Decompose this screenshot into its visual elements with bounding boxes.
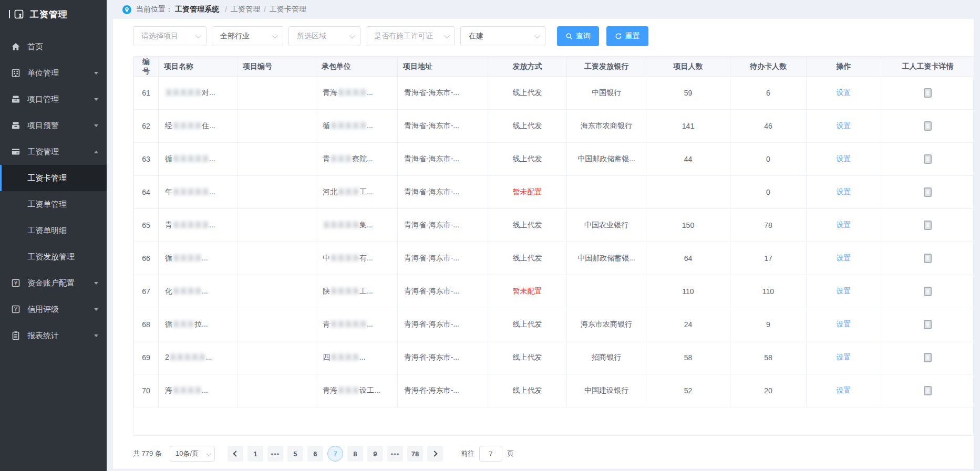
sidebar-item-report-stats[interactable]: 报表统计 xyxy=(0,322,107,349)
settings-link[interactable]: 设置 xyxy=(837,287,851,295)
cell-address: 青海省-海东市-... xyxy=(398,209,488,242)
worker-card-detail-icon[interactable] xyxy=(924,154,932,164)
settings-link[interactable]: 设置 xyxy=(837,386,851,394)
worker-card-detail-icon[interactable] xyxy=(924,254,932,263)
settings-link[interactable]: 设置 xyxy=(837,88,851,97)
sidebar-subitem-salary-card-mgmt[interactable]: 工资卡管理 xyxy=(0,165,107,191)
search-icon xyxy=(565,33,573,40)
cell-project-name: 化某某某某... xyxy=(159,275,238,308)
reset-button[interactable]: 重置 xyxy=(606,26,648,46)
pager-page-9[interactable]: 9 xyxy=(367,446,383,462)
cell-id: 62 xyxy=(134,110,159,143)
settings-link[interactable]: 设置 xyxy=(837,254,851,262)
pager-page-6[interactable]: 6 xyxy=(307,446,323,462)
worker-card-detail-icon[interactable] xyxy=(924,88,932,98)
sidebar-item-salary-mgmt[interactable]: 工资管理 xyxy=(0,139,107,165)
chevron-right-icon xyxy=(431,451,437,456)
cell-address: 青海省-海东市-... xyxy=(398,308,488,341)
yuan-box-icon: ¥ xyxy=(11,304,21,315)
pager-page-5[interactable]: 5 xyxy=(287,446,303,462)
sidebar-item-project-mgmt[interactable]: 项目管理 xyxy=(0,86,107,112)
table-row: 63循某某某某某...青某某某察院...青海省-海东市-...线上代发中国邮政储… xyxy=(134,143,974,176)
col-project-name: 项目名称 xyxy=(159,57,238,77)
region-select[interactable]: 所选区域 xyxy=(288,26,360,46)
settings-link[interactable]: 设置 xyxy=(837,154,851,163)
pager-ellipsis[interactable]: ••• xyxy=(267,446,283,462)
breadcrumb-item[interactable]: 工资管理 xyxy=(231,5,260,14)
status-select[interactable]: 在建 xyxy=(460,26,545,46)
page-size-select[interactable]: 10条/页 xyxy=(170,446,215,462)
cell-address: 青海省-海东市-... xyxy=(398,110,488,143)
pager-page-78[interactable]: 78 xyxy=(407,446,423,462)
cell-pending-cards: 17 xyxy=(730,242,807,275)
sidebar-item-project-alert[interactable]: 项目预警 xyxy=(0,112,107,139)
table-row: 66循某某某某...中某某某某有...青海省-海东市-...线上代发中国邮政储蓄… xyxy=(134,242,974,275)
cell-actions: 设置 xyxy=(807,209,881,242)
sidebar-subitem-salary-issue-mgmt[interactable]: 工资发放管理 xyxy=(0,244,107,270)
refresh-icon xyxy=(615,33,622,40)
cell-people-count: 141 xyxy=(646,110,730,143)
settings-link[interactable]: 设置 xyxy=(837,320,851,328)
cell-id: 69 xyxy=(134,341,159,374)
cell-pending-cards: 20 xyxy=(730,374,807,407)
cell-project-name: 循某某某某某... xyxy=(159,143,238,176)
industry-select[interactable]: 全部行业 xyxy=(212,26,283,46)
permit-select[interactable]: 是否有施工许可证 xyxy=(366,26,455,46)
pager-page-7[interactable]: 7 xyxy=(327,446,343,462)
sidebar-item-unit-mgmt[interactable]: 单位管理 xyxy=(0,60,107,86)
cell-pending-cards: 6 xyxy=(730,77,807,110)
pagination: 共 779 条 10条/页 1•••56789•••78 前往 页 xyxy=(133,441,974,467)
worker-card-detail-icon[interactable] xyxy=(924,320,932,329)
cell-actions: 设置 xyxy=(807,374,881,407)
sidebar-item-home[interactable]: 首页 xyxy=(0,34,107,60)
col-worker-card-detail: 工人工资卡详情 xyxy=(881,57,974,77)
cell-pay-method: 线上代发 xyxy=(488,143,567,176)
cell-people-count: 110 xyxy=(646,275,730,308)
settings-link[interactable]: 设置 xyxy=(837,187,851,196)
svg-text:¥: ¥ xyxy=(14,280,17,286)
censored-text: 某某某某 xyxy=(172,254,202,262)
cell-pending-cards: 0 xyxy=(730,143,807,176)
prev-page-button[interactable] xyxy=(228,446,243,462)
breadcrumb-root[interactable]: 工资管理系统 xyxy=(175,5,219,14)
cell-bank xyxy=(567,176,646,209)
worker-card-detail-icon[interactable] xyxy=(924,353,932,362)
logo-divider xyxy=(9,10,10,18)
sidebar-subitem-payroll-detail[interactable]: 工资单明细 xyxy=(0,217,107,244)
pager-ellipsis[interactable]: ••• xyxy=(387,446,403,462)
next-page-button[interactable] xyxy=(427,446,443,462)
cell-contractor: 某某某某某集... xyxy=(316,209,398,242)
cell-project-code xyxy=(238,308,316,341)
pager-page-1[interactable]: 1 xyxy=(247,446,263,462)
cell-project-code xyxy=(238,341,316,374)
settings-link[interactable]: 设置 xyxy=(837,353,851,361)
pager-page-8[interactable]: 8 xyxy=(347,446,363,462)
cell-project-code xyxy=(238,374,316,407)
worker-card-detail-icon[interactable] xyxy=(924,187,932,197)
goto-page-input[interactable] xyxy=(479,446,502,462)
cell-actions: 设置 xyxy=(807,308,881,341)
sidebar-item-credit-rating[interactable]: ¥ 信用评级 xyxy=(0,296,107,322)
cell-worker-card-detail xyxy=(881,275,974,308)
settings-link[interactable]: 设置 xyxy=(837,221,851,229)
cell-worker-card-detail xyxy=(881,143,974,176)
settings-link[interactable]: 设置 xyxy=(837,121,851,130)
worker-card-detail-icon[interactable] xyxy=(924,121,932,131)
cell-project-name: 2某某某某某... xyxy=(159,341,238,374)
cell-address: 青海省-海东市-... xyxy=(398,77,488,110)
report-icon xyxy=(11,330,21,341)
worker-card-detail-icon[interactable] xyxy=(924,221,932,230)
project-select[interactable]: 请选择项目 xyxy=(133,26,207,46)
filter-bar: 请选择项目 全部行业 所选区域 是否有施工许可证 在建 xyxy=(133,26,974,46)
sidebar-subitem-payroll-mgmt[interactable]: 工资单管理 xyxy=(0,191,107,217)
cell-pending-cards: 78 xyxy=(730,209,807,242)
cell-pay-method: 线上代发 xyxy=(488,242,567,275)
censored-text: 某某某 xyxy=(337,187,359,196)
breadcrumb-item[interactable]: 工资卡管理 xyxy=(270,5,306,14)
cell-bank: 中国邮政储蓄银... xyxy=(567,143,646,176)
worker-card-detail-icon[interactable] xyxy=(924,386,932,395)
sidebar-item-fund-account[interactable]: ¥ 资金账户配置 xyxy=(0,270,107,296)
censored-text: 某某某某某 xyxy=(323,221,359,229)
worker-card-detail-icon[interactable] xyxy=(924,287,932,296)
search-button[interactable]: 查询 xyxy=(557,26,599,46)
